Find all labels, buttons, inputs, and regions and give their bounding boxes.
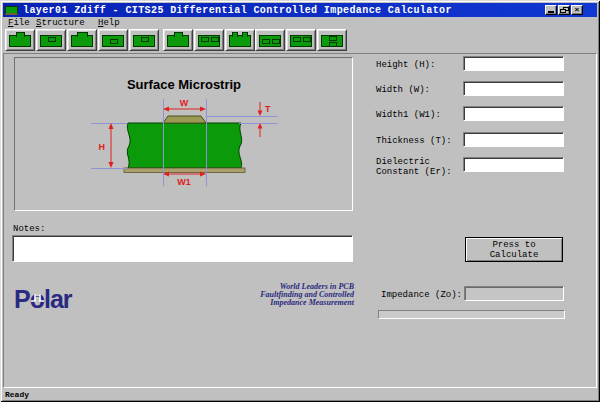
height-input[interactable] xyxy=(463,56,564,71)
notes-textarea[interactable] xyxy=(12,235,353,262)
structure-diagram: Surface Microstrip xyxy=(15,58,352,210)
dimension-label-w: W xyxy=(180,98,189,108)
trace-shape xyxy=(163,116,206,123)
dielectric-constant-label: Dielectric Constant (Er): xyxy=(376,157,452,177)
status-text: Ready xyxy=(5,390,29,399)
title-bar[interactable]: layer01 Zdiff - CITS25 Differential Cont… xyxy=(3,3,597,17)
height-label: Height (H): xyxy=(376,60,435,70)
polar-logo-text: Polar xyxy=(14,288,73,312)
toolbar-button-diff-embedded-microstrip[interactable] xyxy=(194,29,224,51)
minimize-icon xyxy=(548,11,554,13)
minimize-button[interactable] xyxy=(545,5,557,15)
restore-button[interactable] xyxy=(558,5,570,15)
menu-structure[interactable]: Structure xyxy=(36,18,85,28)
restore-icon xyxy=(560,7,569,13)
dimension-label-h: H xyxy=(99,142,106,152)
status-bar: Ready xyxy=(3,389,597,399)
impedance-label: Impedance (Zo): xyxy=(381,290,462,300)
dielectric-constant-input[interactable] xyxy=(463,157,564,172)
app-icon xyxy=(5,6,18,15)
width1-input[interactable] xyxy=(463,106,564,121)
toolbar-button-diff-coated-microstrip[interactable] xyxy=(225,29,255,51)
window-controls: × xyxy=(545,5,583,15)
thickness-input[interactable] xyxy=(463,132,564,147)
toolbar-button-broadside-coupled-stripline[interactable] xyxy=(317,29,347,51)
toolbar-button-diff-surface-microstrip[interactable] xyxy=(163,29,193,51)
calculate-button[interactable]: Press to Calculate xyxy=(465,237,563,262)
toolbar-button-diff-offset-stripline[interactable] xyxy=(286,29,316,51)
close-button[interactable]: × xyxy=(571,5,583,15)
ground-plane xyxy=(124,168,245,173)
notes-label: Notes: xyxy=(13,224,45,234)
window-title: layer01 Zdiff - CITS25 Differential Cont… xyxy=(23,5,452,16)
width-input[interactable] xyxy=(463,81,564,96)
toolbar-button-offset-stripline[interactable] xyxy=(129,29,159,51)
substrate-shape xyxy=(127,123,241,168)
polar-logo: Polar xyxy=(14,288,90,312)
impedance-result-field xyxy=(464,286,564,301)
structure-toolbar xyxy=(3,28,597,53)
toolbar-button-surface-microstrip[interactable] xyxy=(5,29,35,51)
width-label: Width (W): xyxy=(376,85,430,95)
toolbar-button-coated-microstrip[interactable] xyxy=(36,29,66,51)
brand-tagline: World Leaders in PCB Faultfinding and Co… xyxy=(219,283,354,306)
toolbar-button-embedded-microstrip[interactable] xyxy=(67,29,97,51)
diagram-panel: Surface Microstrip xyxy=(14,57,353,211)
dimension-label-w1: W1 xyxy=(177,177,191,187)
toolbar-button-stripline[interactable] xyxy=(98,29,128,51)
menu-help[interactable]: Help xyxy=(98,18,120,28)
progress-bar xyxy=(378,310,565,319)
toolbar-button-diff-stripline[interactable] xyxy=(255,29,285,51)
app-window: { "window": { "title": "layer01 Zdiff - … xyxy=(0,0,600,402)
menu-file[interactable]: File xyxy=(8,18,30,28)
dimension-label-t: T xyxy=(265,104,271,114)
width1-label: Width1 (W1): xyxy=(376,110,441,120)
thickness-label: Thickness (T): xyxy=(376,136,452,146)
diagram-title: Surface Microstrip xyxy=(127,77,241,92)
